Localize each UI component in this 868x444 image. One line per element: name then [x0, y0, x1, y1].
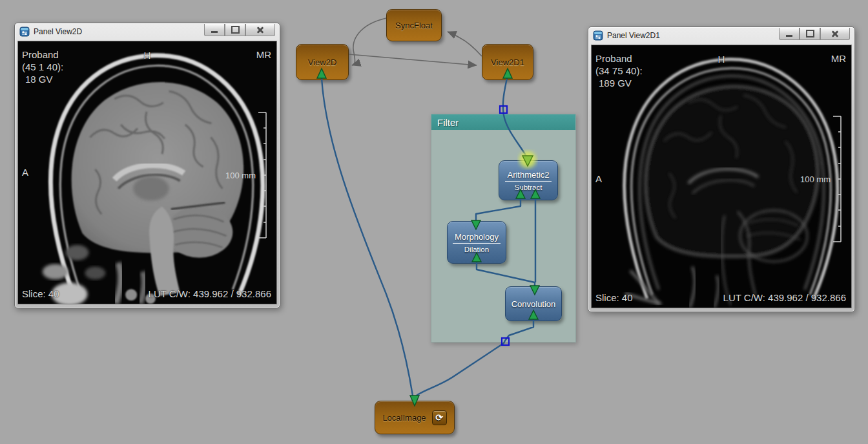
close-button[interactable] [245, 24, 275, 36]
minimize-icon [786, 35, 792, 37]
hud-orientation-top: H [718, 54, 725, 65]
hud-patient: Proband [22, 49, 59, 60]
param-connection-view2d-to-view2d1[interactable] [349, 54, 477, 65]
hud-patient: Proband [595, 53, 632, 64]
hud-slice: Slice: 40 [595, 292, 633, 303]
hud-gray-value: 18 GV [25, 74, 53, 85]
maximize-icon [231, 26, 240, 34]
hud-position: (34 75 40): [595, 65, 643, 76]
reload-button[interactable]: ⟳ [432, 410, 447, 425]
node-morphology-type: Morphology [453, 232, 501, 244]
window-view2d1-titlebar[interactable]: Panel View2D1 [588, 27, 854, 44]
window-view2d-title: Panel View2D [34, 27, 82, 36]
window-view2d: Panel View2D [14, 23, 280, 308]
view2d-viewport[interactable]: Proband (45 1 40): 18 GV H MR A Slice: 4… [17, 41, 277, 304]
node-syncfloat-label: SyncFloat [395, 21, 433, 30]
scale-bar: 100 mm [790, 115, 850, 244]
minimize-button[interactable] [204, 24, 225, 36]
node-view2d1[interactable]: View2D1 [482, 44, 533, 80]
param-connection-syncfloat-to-view2d[interactable] [352, 18, 386, 65]
node-morphology-instance: Dilation [464, 246, 489, 253]
node-convolution-label: Convolution [512, 299, 556, 309]
node-view2d1-label: View2D1 [491, 58, 524, 67]
node-syncfloat[interactable]: SyncFloat [386, 9, 442, 41]
scale-bar-label: 100 mm [225, 171, 256, 180]
node-arithmetic2-type: Arithmetic2 [505, 170, 551, 182]
hud-modality: MR [831, 53, 846, 64]
waypoint-top[interactable] [500, 106, 507, 113]
close-icon [256, 26, 264, 34]
node-convolution[interactable]: Convolution [505, 286, 562, 321]
view2d1-viewport[interactable]: Proband (34 75 40): 189 GV H MR A Slice:… [591, 45, 852, 308]
scale-bar-label: 100 mm [800, 174, 831, 184]
minimize-button[interactable] [779, 28, 800, 40]
maximize-button[interactable] [800, 28, 820, 40]
panel-icon [593, 30, 603, 41]
node-morphology[interactable]: Morphology Dilation [447, 221, 506, 264]
filter-group-header[interactable]: Filter [431, 114, 575, 130]
filter-group-label: Filter [437, 117, 459, 128]
hud-lut: LUT C/W: 439.962 / 932.866 [149, 288, 271, 299]
node-localimage-label: LocalImage [382, 413, 426, 423]
hud-lut: LUT C/W: 439.962 / 932.866 [723, 292, 846, 303]
window-view2d1: Panel View2D1 [588, 26, 855, 312]
hud-orientation-left: A [595, 173, 602, 184]
panel-icon [19, 26, 30, 37]
reload-icon: ⟳ [435, 412, 443, 423]
hud-gray-value: 189 GV [599, 78, 632, 89]
close-icon [831, 30, 839, 37]
scale-bar: 100 mm [216, 111, 275, 240]
node-arithmetic2-instance: Subtract [515, 184, 542, 191]
minimize-icon [211, 31, 218, 33]
maximize-icon [806, 30, 814, 37]
node-view2d-label: View2D [308, 58, 337, 67]
hud-slice: Slice: 40 [22, 288, 59, 299]
param-connection-view2d1-to-syncfloat[interactable] [448, 32, 482, 56]
close-button[interactable] [820, 28, 850, 40]
node-localimage[interactable]: LocalImage ⟳ [375, 401, 455, 434]
maximize-button[interactable] [225, 24, 245, 36]
window-view2d1-title: Panel View2D1 [607, 31, 660, 40]
hud-modality: MR [256, 49, 271, 60]
hud-position: (45 1 40): [22, 61, 63, 72]
window-view2d-titlebar[interactable]: Panel View2D [15, 23, 280, 40]
node-view2d[interactable]: View2D [296, 44, 349, 80]
node-arithmetic2[interactable]: Arithmetic2 Subtract [499, 160, 558, 200]
hud-orientation-top: H [144, 50, 151, 61]
connection-localimage-to-view2d[interactable] [322, 78, 413, 396]
hud-orientation-left: A [22, 167, 28, 178]
